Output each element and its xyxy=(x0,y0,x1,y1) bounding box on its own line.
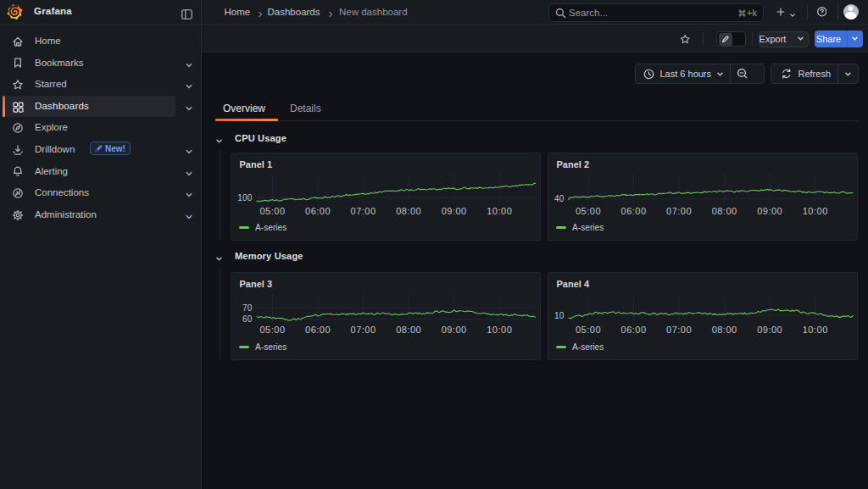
svg-text:60: 60 xyxy=(242,314,252,324)
svg-text:05:00: 05:00 xyxy=(259,325,285,335)
svg-text:09:00: 09:00 xyxy=(757,325,782,335)
svg-text:10:00: 10:00 xyxy=(487,206,512,216)
svg-text:05:00: 05:00 xyxy=(575,206,600,216)
svg-text:40: 40 xyxy=(554,194,564,203)
svg-text:07:00: 07:00 xyxy=(666,206,692,216)
svg-text:70: 70 xyxy=(242,303,252,313)
svg-text:08:00: 08:00 xyxy=(396,206,421,216)
svg-text:10:00: 10:00 xyxy=(802,325,827,335)
svg-text:09:00: 09:00 xyxy=(441,206,466,216)
svg-text:08:00: 08:00 xyxy=(711,325,737,335)
svg-text:06:00: 06:00 xyxy=(305,325,331,335)
svg-text:08:00: 08:00 xyxy=(396,325,421,335)
svg-text:08:00: 08:00 xyxy=(711,206,737,216)
svg-text:06:00: 06:00 xyxy=(620,206,646,216)
svg-text:05:00: 05:00 xyxy=(575,325,600,335)
svg-text:07:00: 07:00 xyxy=(350,206,376,216)
svg-text:09:00: 09:00 xyxy=(757,206,782,216)
svg-text:06:00: 06:00 xyxy=(620,325,646,335)
svg-text:06:00: 06:00 xyxy=(305,206,331,216)
svg-text:07:00: 07:00 xyxy=(666,325,692,335)
svg-text:09:00: 09:00 xyxy=(441,325,466,335)
svg-text:05:00: 05:00 xyxy=(259,206,285,216)
svg-text:10:00: 10:00 xyxy=(487,325,512,335)
svg-text:10:00: 10:00 xyxy=(802,206,827,216)
svg-text:10: 10 xyxy=(554,311,564,320)
svg-text:100: 100 xyxy=(237,193,253,203)
svg-text:07:00: 07:00 xyxy=(350,325,376,335)
